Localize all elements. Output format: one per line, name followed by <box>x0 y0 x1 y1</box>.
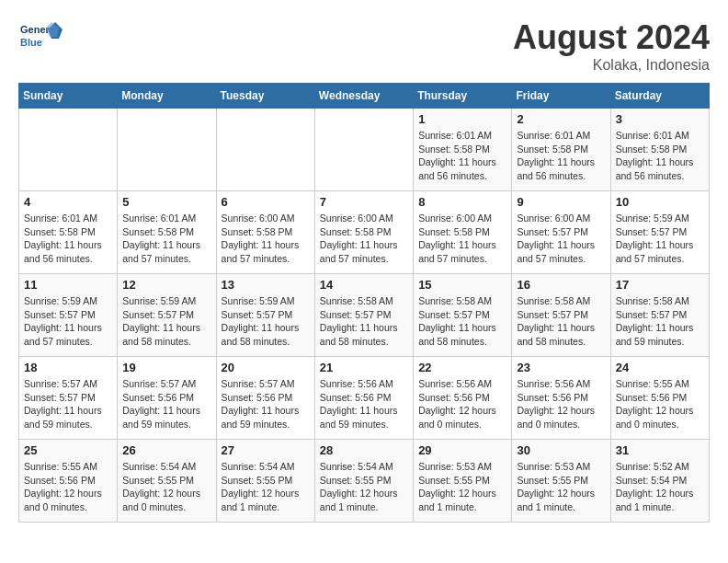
calendar-cell: 28Sunrise: 5:54 AMSunset: 5:55 PMDayligh… <box>314 440 413 523</box>
day-number: 5 <box>122 195 210 209</box>
day-info: Sunrise: 5:57 AMSunset: 5:57 PMDaylight:… <box>24 377 112 431</box>
weekday-header-sunday: Sunday <box>19 84 118 109</box>
weekday-header-monday: Monday <box>118 84 216 109</box>
weekday-header-wednesday: Wednesday <box>314 84 413 109</box>
day-number: 11 <box>24 278 112 292</box>
calendar-cell: 9Sunrise: 6:00 AMSunset: 5:57 PMDaylight… <box>512 191 610 274</box>
day-info: Sunrise: 5:58 AMSunset: 5:57 PMDaylight:… <box>418 294 506 349</box>
day-info: Sunrise: 6:00 AMSunset: 5:58 PMDaylight:… <box>320 212 408 266</box>
day-info: Sunrise: 5:54 AMSunset: 5:55 PMDaylight:… <box>122 460 210 514</box>
day-number: 24 <box>616 361 704 374</box>
day-info: Sunrise: 5:59 AMSunset: 5:57 PMDaylight:… <box>122 294 210 349</box>
day-number: 6 <box>222 195 310 209</box>
day-info: Sunrise: 6:01 AMSunset: 5:58 PMDaylight:… <box>517 129 605 183</box>
location: Kolaka, Indonesia <box>513 57 710 74</box>
weekday-header-tuesday: Tuesday <box>216 84 314 109</box>
day-info: Sunrise: 5:59 AMSunset: 5:57 PMDaylight:… <box>222 294 310 349</box>
day-number: 25 <box>24 443 112 457</box>
weekday-header-row: SundayMondayTuesdayWednesdayThursdayFrid… <box>19 84 710 109</box>
day-number: 12 <box>122 278 210 292</box>
week-row-3: 11Sunrise: 5:59 AMSunset: 5:57 PMDayligh… <box>19 274 710 357</box>
calendar-cell: 19Sunrise: 5:57 AMSunset: 5:56 PMDayligh… <box>118 357 216 440</box>
day-info: Sunrise: 5:56 AMSunset: 5:56 PMDaylight:… <box>418 377 506 431</box>
day-info: Sunrise: 5:58 AMSunset: 5:57 PMDaylight:… <box>517 294 605 349</box>
day-number: 4 <box>24 195 112 209</box>
day-number: 13 <box>222 278 310 292</box>
week-row-1: 1Sunrise: 6:01 AMSunset: 5:58 PMDaylight… <box>19 109 710 191</box>
day-info: Sunrise: 5:56 AMSunset: 5:56 PMDaylight:… <box>517 377 605 431</box>
calendar-cell: 21Sunrise: 5:56 AMSunset: 5:56 PMDayligh… <box>314 357 413 440</box>
calendar-cell: 1Sunrise: 6:01 AMSunset: 5:58 PMDaylight… <box>414 109 512 191</box>
day-number: 8 <box>418 195 506 209</box>
week-row-5: 25Sunrise: 5:55 AMSunset: 5:56 PMDayligh… <box>19 440 710 523</box>
weekday-header-saturday: Saturday <box>610 84 709 109</box>
calendar-cell: 20Sunrise: 5:57 AMSunset: 5:56 PMDayligh… <box>216 357 314 440</box>
day-info: Sunrise: 6:00 AMSunset: 5:58 PMDaylight:… <box>222 212 310 266</box>
day-info: Sunrise: 5:57 AMSunset: 5:56 PMDaylight:… <box>122 377 210 431</box>
calendar-cell: 14Sunrise: 5:58 AMSunset: 5:57 PMDayligh… <box>314 274 413 357</box>
day-number: 27 <box>222 443 310 457</box>
day-info: Sunrise: 5:59 AMSunset: 5:57 PMDaylight:… <box>24 294 112 349</box>
day-number: 26 <box>122 443 210 457</box>
day-number: 22 <box>418 361 506 374</box>
weekday-header-thursday: Thursday <box>414 84 512 109</box>
day-number: 20 <box>222 361 310 374</box>
day-info: Sunrise: 5:57 AMSunset: 5:56 PMDaylight:… <box>222 377 310 431</box>
calendar-cell: 2Sunrise: 6:01 AMSunset: 5:58 PMDaylight… <box>512 109 610 191</box>
day-info: Sunrise: 5:55 AMSunset: 5:56 PMDaylight:… <box>616 377 704 431</box>
calendar-cell: 17Sunrise: 5:58 AMSunset: 5:57 PMDayligh… <box>610 274 709 357</box>
day-info: Sunrise: 6:00 AMSunset: 5:58 PMDaylight:… <box>418 212 506 266</box>
calendar-cell: 18Sunrise: 5:57 AMSunset: 5:57 PMDayligh… <box>19 357 118 440</box>
day-number: 21 <box>320 361 408 374</box>
day-number: 31 <box>616 443 704 457</box>
day-number: 23 <box>517 361 605 374</box>
calendar-cell: 5Sunrise: 6:01 AMSunset: 5:58 PMDaylight… <box>118 191 216 274</box>
calendar-cell: 6Sunrise: 6:00 AMSunset: 5:58 PMDaylight… <box>216 191 314 274</box>
page-header: General Blue August 2024 Kolaka, Indones… <box>18 18 710 74</box>
calendar-cell <box>118 109 216 191</box>
day-number: 10 <box>616 195 704 209</box>
calendar-cell: 10Sunrise: 5:59 AMSunset: 5:57 PMDayligh… <box>610 191 709 274</box>
calendar-cell: 4Sunrise: 6:01 AMSunset: 5:58 PMDaylight… <box>19 191 118 274</box>
day-number: 9 <box>517 195 605 209</box>
day-info: Sunrise: 5:56 AMSunset: 5:56 PMDaylight:… <box>320 377 408 431</box>
day-number: 3 <box>616 112 704 126</box>
calendar-cell <box>19 109 118 191</box>
day-number: 1 <box>418 112 506 126</box>
weekday-header-friday: Friday <box>512 84 610 109</box>
calendar-cell: 3Sunrise: 6:01 AMSunset: 5:58 PMDaylight… <box>610 109 709 191</box>
day-number: 16 <box>517 278 605 292</box>
calendar-cell <box>216 109 314 191</box>
day-number: 28 <box>320 443 408 457</box>
day-number: 30 <box>517 443 605 457</box>
calendar-cell: 27Sunrise: 5:54 AMSunset: 5:55 PMDayligh… <box>216 440 314 523</box>
calendar-cell: 7Sunrise: 6:00 AMSunset: 5:58 PMDaylight… <box>314 191 413 274</box>
calendar-cell: 30Sunrise: 5:53 AMSunset: 5:55 PMDayligh… <box>512 440 610 523</box>
calendar-cell: 12Sunrise: 5:59 AMSunset: 5:57 PMDayligh… <box>118 274 216 357</box>
calendar-cell: 23Sunrise: 5:56 AMSunset: 5:56 PMDayligh… <box>512 357 610 440</box>
calendar-cell: 31Sunrise: 5:52 AMSunset: 5:54 PMDayligh… <box>610 440 709 523</box>
calendar-cell: 25Sunrise: 5:55 AMSunset: 5:56 PMDayligh… <box>19 440 118 523</box>
month-title: August 2024 <box>513 18 710 57</box>
svg-text:Blue: Blue <box>20 37 42 48</box>
day-info: Sunrise: 5:54 AMSunset: 5:55 PMDaylight:… <box>320 460 408 514</box>
calendar-cell: 8Sunrise: 6:00 AMSunset: 5:58 PMDaylight… <box>414 191 512 274</box>
calendar-cell: 29Sunrise: 5:53 AMSunset: 5:55 PMDayligh… <box>414 440 512 523</box>
day-info: Sunrise: 5:59 AMSunset: 5:57 PMDaylight:… <box>616 212 704 266</box>
day-info: Sunrise: 5:53 AMSunset: 5:55 PMDaylight:… <box>517 460 605 514</box>
day-number: 14 <box>320 278 408 292</box>
calendar-table: SundayMondayTuesdayWednesdayThursdayFrid… <box>18 83 710 523</box>
day-info: Sunrise: 5:55 AMSunset: 5:56 PMDaylight:… <box>24 460 112 514</box>
day-number: 18 <box>24 361 112 374</box>
day-info: Sunrise: 5:54 AMSunset: 5:55 PMDaylight:… <box>222 460 310 514</box>
day-info: Sunrise: 6:01 AMSunset: 5:58 PMDaylight:… <box>418 129 506 183</box>
day-info: Sunrise: 6:01 AMSunset: 5:58 PMDaylight:… <box>24 212 112 266</box>
day-info: Sunrise: 5:58 AMSunset: 5:57 PMDaylight:… <box>616 294 704 349</box>
day-number: 29 <box>418 443 506 457</box>
calendar-cell: 15Sunrise: 5:58 AMSunset: 5:57 PMDayligh… <box>414 274 512 357</box>
day-info: Sunrise: 6:00 AMSunset: 5:57 PMDaylight:… <box>517 212 605 266</box>
title-area: August 2024 Kolaka, Indonesia <box>513 18 710 74</box>
calendar-cell: 22Sunrise: 5:56 AMSunset: 5:56 PMDayligh… <box>414 357 512 440</box>
day-number: 7 <box>320 195 408 209</box>
day-info: Sunrise: 5:58 AMSunset: 5:57 PMDaylight:… <box>320 294 408 349</box>
